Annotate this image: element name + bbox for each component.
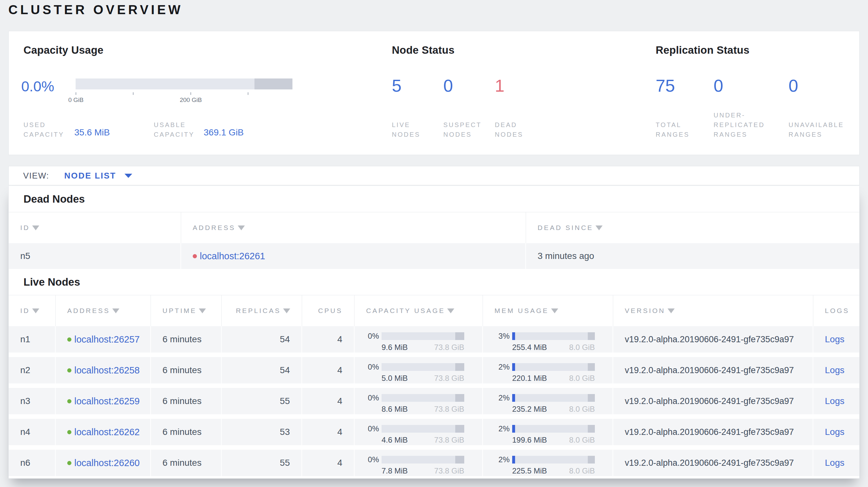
column-header-dead-since[interactable]: DEAD SINCE	[526, 212, 859, 243]
stat-under--replicated-ranges: 0UNDER-REPLICATEDRANGES	[714, 73, 788, 139]
capacity-stat-value: 35.6 MiB	[74, 127, 154, 139]
node-logs[interactable]: Logs	[813, 357, 859, 383]
axis-tick	[75, 92, 76, 95]
column-header-uptime[interactable]: UPTIME	[151, 295, 222, 326]
dead-status-icon	[193, 254, 197, 258]
usage-total: 8.0 GiB	[569, 436, 595, 444]
usage-percent: 3%	[492, 332, 509, 340]
live-nodes-heading: Live Nodes	[9, 269, 859, 295]
column-header-id[interactable]: ID	[9, 295, 56, 326]
usage-total: 8.0 GiB	[569, 343, 595, 352]
node-uptime: 6 minutes	[151, 326, 222, 353]
node-version: v19.2.0-alpha.20190606-2491-gfe735c9a97	[613, 450, 813, 476]
usage-total: 73.8 GiB	[434, 467, 464, 475]
usage-total: 73.8 GiB	[434, 405, 464, 413]
usage-bar	[381, 332, 464, 340]
usage-percent: 2%	[492, 362, 509, 371]
stat-unavailable-ranges: 0UNAVAILABLERANGES	[788, 73, 859, 139]
node-logs[interactable]: Logs	[813, 450, 859, 476]
node-replicas: 54	[222, 326, 302, 353]
memory-usage-cell: 2%225.5 MiB8.0 GiB	[483, 450, 613, 476]
node-address[interactable]: localhost:26260	[56, 450, 151, 476]
node-id: n4	[9, 419, 56, 445]
stat-label: UNAVAILABLERANGES	[788, 120, 844, 139]
live-node-row: n2localhost:262586 minutes5440%5.0 MiB73…	[9, 357, 859, 383]
usage-used: 4.6 MiB	[381, 436, 408, 444]
column-header-version[interactable]: VERSION	[613, 295, 813, 326]
capacity-bar	[75, 78, 292, 90]
node-logs[interactable]: Logs	[813, 326, 859, 353]
capacity-usage-cell: 0%5.0 MiB73.8 GiB	[354, 357, 483, 383]
sort-desc-icon	[595, 226, 602, 230]
node-uptime: 6 minutes	[151, 419, 222, 445]
usage-percent: 2%	[492, 393, 509, 402]
node-uptime: 6 minutes	[151, 357, 222, 383]
sort-desc-icon	[32, 309, 39, 313]
view-label: VIEW:	[23, 171, 49, 181]
node-address[interactable]: localhost:26258	[56, 357, 151, 383]
live-status-icon	[67, 337, 71, 342]
node-id: n1	[9, 326, 56, 353]
live-nodes-title: Live Nodes	[24, 276, 80, 288]
node-address[interactable]: localhost:26262	[56, 419, 151, 445]
node-cpus: 4	[302, 450, 354, 476]
node-version: v19.2.0-alpha.20190606-2491-gfe735c9a97	[613, 357, 813, 383]
usage-bar	[381, 363, 464, 371]
node-cpus: 4	[302, 388, 354, 414]
view-dropdown[interactable]: NODE LIST	[64, 171, 116, 181]
node-version: v19.2.0-alpha.20190606-2491-gfe735c9a97	[613, 326, 813, 353]
node-cpus: 4	[302, 357, 354, 383]
usage-bar	[512, 332, 595, 340]
usage-used: 199.6 MiB	[512, 436, 547, 444]
replication-status-section: Replication Status 75TOTALRANGES0UNDER-R…	[656, 44, 749, 56]
live-nodes-header: IDADDRESSUPTIMEREPLICASCPUSCAPACITY USAG…	[9, 295, 859, 326]
column-header-label: DEAD SINCE	[537, 224, 593, 232]
column-header-label: ID	[20, 307, 30, 315]
node-uptime: 6 minutes	[151, 450, 222, 476]
usage-bar	[381, 394, 464, 402]
usage-bar	[512, 425, 595, 433]
capacity-stats: USEDCAPACITY35.6 MiBUSABLECAPACITY369.1 …	[24, 119, 268, 139]
usage-used: 235.2 MiB	[512, 405, 547, 413]
stat-label: SUSPECTNODES	[443, 120, 482, 139]
column-header-address[interactable]: ADDRESS	[181, 212, 526, 243]
node-logs[interactable]: Logs	[813, 388, 859, 414]
column-header-address[interactable]: ADDRESS	[56, 295, 151, 326]
replication-status-title: Replication Status	[656, 44, 749, 56]
node-id: n2	[9, 357, 56, 383]
usage-used: 7.8 MiB	[381, 467, 408, 475]
usage-bar	[381, 425, 464, 433]
column-header-id[interactable]: ID	[9, 212, 181, 243]
stat-value: 75	[656, 77, 714, 94]
node-status-title: Node Status	[392, 44, 455, 56]
node-address[interactable]: localhost:26257	[56, 326, 151, 353]
live-status-icon	[67, 430, 71, 434]
dead-node-id: n5	[9, 243, 181, 269]
usage-percent: 2%	[492, 424, 509, 433]
node-tables-card: Dead Nodes IDADDRESSDEAD SINCE n5localho…	[8, 186, 860, 479]
capacity-usage-section: Capacity Usage 0.0% 0 GiB200 GiB USEDCAP…	[24, 44, 103, 56]
node-id: n6	[9, 450, 56, 476]
column-header-replicas[interactable]: REPLICAS	[222, 295, 302, 326]
usage-bar	[512, 456, 595, 463]
column-header-label: CPUS	[318, 307, 343, 315]
capacity-usage-cell: 0%9.6 MiB73.8 GiB	[354, 326, 483, 353]
capacity-bar-chart: 0 GiB200 GiB	[75, 78, 292, 107]
usage-percent: 2%	[492, 455, 509, 464]
usage-bar	[512, 394, 595, 402]
sort-desc-icon	[112, 309, 119, 313]
sort-desc-icon	[668, 309, 675, 313]
node-replicas: 54	[222, 357, 302, 383]
column-header-mem-usage[interactable]: MEM USAGE	[483, 295, 613, 326]
stat-label: UNDER-REPLICATEDRANGES	[714, 110, 765, 139]
column-header-logs: LOGS	[813, 295, 859, 326]
column-header-label: ADDRESS	[67, 307, 110, 315]
column-header-capacity-usage[interactable]: CAPACITY USAGE	[354, 295, 483, 326]
usage-used: 8.6 MiB	[381, 405, 408, 413]
stat-value: 1	[495, 77, 546, 94]
chevron-down-icon[interactable]	[125, 174, 132, 178]
node-logs[interactable]: Logs	[813, 419, 859, 445]
node-uptime: 6 minutes	[151, 388, 222, 414]
node-address[interactable]: localhost:26259	[56, 388, 151, 414]
dead-node-address[interactable]: localhost:26261	[181, 243, 526, 269]
